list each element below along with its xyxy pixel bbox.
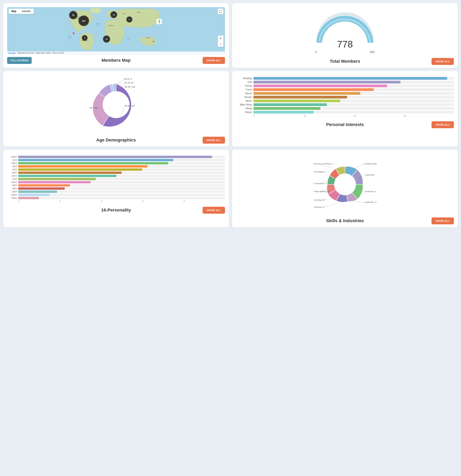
interest-bar-row: Movies bbox=[236, 96, 454, 99]
bar-track bbox=[253, 96, 454, 99]
gauge-svg bbox=[315, 11, 375, 43]
personality-label: INFP bbox=[7, 171, 17, 174]
personality-bar-row: ENFJ bbox=[7, 197, 225, 199]
personality-fill bbox=[18, 159, 173, 161]
personality-label: ESFJ bbox=[7, 162, 17, 164]
svg-text:📍: 📍 bbox=[71, 32, 76, 36]
svg-text:31: 31 bbox=[72, 14, 75, 16]
total-members-card: 778 0 800 Total Members SHOW ALL bbox=[232, 3, 458, 68]
svg-text:Atlantic: Atlantic bbox=[96, 23, 101, 24]
bar-label: Reading bbox=[236, 77, 252, 80]
personality-fill bbox=[18, 181, 91, 183]
personality-bar-row: INTJ bbox=[7, 168, 225, 171]
age-demographics-title: Age Demographics bbox=[96, 137, 136, 143]
svg-text:Mentoring: 12: Mentoring: 12 bbox=[365, 190, 376, 193]
personality-axis-tick: 8 bbox=[184, 200, 225, 202]
personality-track bbox=[18, 165, 225, 168]
map-zoom-in[interactable]: + bbox=[218, 36, 223, 41]
svg-line-68 bbox=[353, 201, 364, 203]
personality-label: ENTJ bbox=[7, 181, 17, 183]
world-map-svg: NORTH AMERICA AFRICA SOUTH AMERICA ASIA … bbox=[7, 7, 225, 55]
gauge-max: 800 bbox=[370, 51, 375, 54]
bar-fill bbox=[253, 107, 320, 110]
svg-text:25-29: 10: 25-29: 10 bbox=[124, 82, 133, 84]
map-zoom-out[interactable]: − bbox=[218, 41, 223, 47]
age-demographics-show-all-button[interactable]: SHOW ALL bbox=[203, 137, 225, 144]
personality-bar-row: ESFJ bbox=[7, 162, 225, 164]
svg-text:Ocean: Ocean bbox=[96, 25, 100, 26]
skills-card: Business and finance: 7 Technology: 7 Co… bbox=[232, 150, 458, 227]
svg-text:Indian: Indian bbox=[128, 37, 131, 39]
personality-fill bbox=[18, 197, 39, 199]
personality-fill bbox=[18, 171, 122, 174]
skills-container: Business and finance: 7 Technology: 7 Co… bbox=[236, 154, 454, 215]
gauge-labels: 0 800 bbox=[315, 51, 375, 54]
map-tab-satellite[interactable]: Satellite bbox=[19, 9, 34, 14]
age-donut-container: 18-24: 8 25-29: 10 30-39: 104 40-49: 147… bbox=[7, 75, 225, 134]
personality-track bbox=[18, 190, 225, 193]
svg-text:Technology: 7: Technology: 7 bbox=[314, 170, 325, 173]
personality-label: INTJ bbox=[7, 168, 17, 171]
map-title: Members Map bbox=[102, 58, 131, 63]
skills-show-all-button[interactable]: SHOW ALL bbox=[432, 217, 454, 224]
interest-bar-row: Books bbox=[236, 111, 454, 114]
map-data-credit: Map data ©2023 bbox=[36, 52, 51, 54]
svg-line-39 bbox=[115, 80, 123, 84]
personality-title: 16-Personality bbox=[101, 208, 131, 213]
svg-text:6: 6 bbox=[129, 18, 130, 21]
map-container: NORTH AMERICA AFRICA SOUTH AMERICA ASIA … bbox=[7, 7, 225, 55]
bar-fill bbox=[253, 100, 340, 102]
map-fullscreen-icon-btn[interactable] bbox=[218, 9, 223, 14]
bar-track bbox=[253, 88, 454, 91]
bar-fill bbox=[253, 77, 447, 80]
personality-axis-tick: 2 bbox=[60, 200, 101, 202]
personality-bar-row: ISTP bbox=[7, 178, 225, 180]
personality-label: ISTP bbox=[7, 178, 17, 180]
personality-track bbox=[18, 159, 225, 161]
age-demographics-card: 18-24: 8 25-29: 10 30-39: 104 40-49: 147… bbox=[3, 71, 229, 147]
bar-label: Family bbox=[236, 85, 252, 87]
personality-track bbox=[18, 175, 225, 177]
svg-point-49 bbox=[334, 173, 356, 195]
personality-bar-row: ISFJ bbox=[7, 165, 225, 168]
bar-fill bbox=[253, 92, 360, 95]
map-tab-map[interactable]: Map bbox=[9, 9, 19, 14]
personality-label: ENFP bbox=[7, 156, 17, 158]
personality-bar-row: ENTJ bbox=[7, 181, 225, 183]
total-members-show-all-button[interactable]: SHOW ALL bbox=[432, 58, 454, 65]
personality-label: ISFP bbox=[7, 184, 17, 187]
fullscreen-button[interactable]: FULLSCREEN bbox=[7, 57, 32, 64]
svg-text:ASIA: ASIA bbox=[137, 11, 140, 13]
personality-fill bbox=[18, 165, 147, 168]
interests-bar-chart: Reading Golf Family Travel Sports bbox=[236, 75, 454, 119]
personality-fill bbox=[18, 156, 212, 158]
svg-text:🧍: 🧍 bbox=[157, 20, 161, 24]
map-keyboard-shortcuts: Keyboard shortcuts bbox=[17, 52, 34, 54]
skills-donut-svg: Business and finance: 7 Technology: 7 Co… bbox=[313, 156, 377, 213]
personality-label: ISFJ bbox=[7, 165, 17, 168]
svg-text:📍: 📍 bbox=[152, 41, 155, 44]
personal-interests-show-all-button[interactable]: SHOW ALL bbox=[432, 121, 454, 128]
svg-text:40-49: 147: 40-49: 147 bbox=[125, 105, 135, 107]
personality-track bbox=[18, 168, 225, 171]
personality-bar-row: INFP bbox=[7, 171, 225, 174]
total-members-footer: Total Members SHOW ALL bbox=[236, 59, 454, 64]
interest-bar-row: Travel bbox=[236, 88, 454, 91]
bar-track bbox=[253, 85, 454, 87]
map-show-all-button[interactable]: SHOW ALL bbox=[203, 57, 225, 64]
personality-track bbox=[18, 178, 225, 180]
age-donut-svg: 18-24: 8 25-29: 10 30-39: 104 40-49: 147… bbox=[88, 77, 144, 132]
personality-track bbox=[18, 197, 225, 199]
axis-tick: 10 bbox=[304, 115, 354, 117]
svg-text:Leadership ...: Leadership ... bbox=[365, 174, 376, 176]
personality-fill bbox=[18, 194, 49, 196]
personality-show-all-button[interactable]: SHOW ALL bbox=[203, 207, 225, 214]
bar-label: Golf bbox=[236, 81, 252, 84]
personality-label: INFJ bbox=[7, 187, 17, 190]
svg-text:Leadership: 11: Leadership: 11 bbox=[364, 201, 377, 203]
skills-footer: Skills & Industries SHOW ALL bbox=[236, 218, 454, 223]
dashboard: NORTH AMERICA AFRICA SOUTH AMERICA ASIA … bbox=[3, 3, 458, 227]
skills-title: Skills & Industries bbox=[326, 218, 364, 223]
svg-text:4: 4 bbox=[84, 37, 85, 39]
svg-text:10: 10 bbox=[113, 14, 115, 16]
